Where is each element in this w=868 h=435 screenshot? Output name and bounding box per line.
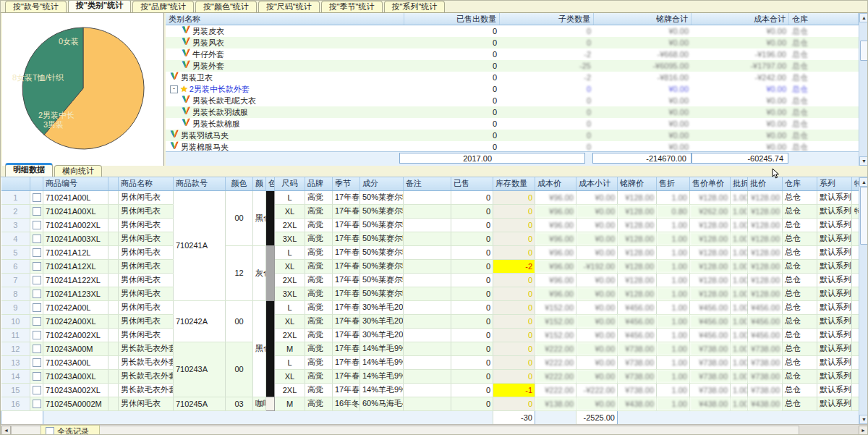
tree-row-8[interactable]: 男装长款羽绒服00¥0.00¥0.00总仓 xyxy=(166,106,859,118)
detail-header-spec[interactable]: 特 xyxy=(852,177,859,190)
detail-header-sf[interactable]: 售折 xyxy=(657,177,690,190)
tree-row-1[interactable]: 男装皮衣00¥0.00¥0.00总仓 xyxy=(166,25,859,37)
row-checkbox[interactable] xyxy=(33,290,41,298)
row-checkbox[interactable] xyxy=(33,248,41,257)
tree-header-2[interactable]: 已售出数量 xyxy=(404,13,500,25)
detail-row-7[interactable]: 7710241A122XL男休闲毛衣2XL高觉17年春50%莱赛尔50%棉00¥… xyxy=(1,273,859,287)
detail-header-su[interactable]: 售价单价 xyxy=(690,177,731,190)
detail-header-stock[interactable]: 库存数量 xyxy=(493,177,535,190)
row-checkbox[interactable] xyxy=(33,317,41,326)
row-checkbox[interactable] xyxy=(33,276,41,284)
row-checkbox[interactable] xyxy=(33,358,41,367)
detail-header-brand[interactable]: 品牌 xyxy=(305,177,333,190)
hscroll-right-icon[interactable]: ► xyxy=(859,426,868,435)
tree-vscrollbar[interactable]: ▲ ▼ xyxy=(859,13,868,166)
detail-header-ccode[interactable]: 颜色 xyxy=(226,177,253,190)
top-tab-3[interactable]: 按"品牌"统计 xyxy=(132,1,194,12)
hscroll-thumb[interactable] xyxy=(11,426,799,435)
row-checkbox[interactable] xyxy=(33,221,41,229)
tree-scroll-up-icon[interactable]: ▲ xyxy=(859,13,868,22)
detail-header-season[interactable]: 季节 xyxy=(333,177,360,190)
detail-header-tag[interactable]: 铭牌价 xyxy=(618,177,657,190)
top-tab-7[interactable]: 按"系列"统计 xyxy=(384,1,446,12)
detail-row-3[interactable]: 3710241A002XL男休闲毛衣2XL高觉17年春50%莱赛尔50%棉00¥… xyxy=(1,218,859,232)
hscroll-left-icon[interactable]: ◄ xyxy=(1,426,11,435)
top-tab-4[interactable]: 按"颜色"统计 xyxy=(195,1,257,12)
bottom-tab-2[interactable]: 横向统计 xyxy=(54,165,102,177)
detail-header-gap[interactable] xyxy=(109,177,119,190)
tree-row-label: 男装皮衣 xyxy=(192,25,224,37)
detail-header-bf[interactable]: 批折 xyxy=(731,177,748,190)
tree-scroll-down-icon[interactable]: ▼ xyxy=(859,156,868,166)
top-tab-5[interactable]: 按"尺码"统计 xyxy=(258,1,320,12)
tree-header-5[interactable]: 成本合计 xyxy=(692,13,789,25)
detail-scroll-up-icon[interactable]: ▲ xyxy=(859,177,868,187)
detail-header-name[interactable]: 商品名称 xyxy=(119,177,174,190)
row-checkbox[interactable] xyxy=(33,372,41,381)
row-checkbox[interactable] xyxy=(33,331,41,339)
row-checkbox[interactable] xyxy=(33,400,41,408)
top-tab-6[interactable]: 按"季节"统计 xyxy=(321,1,383,12)
detail-header-sold[interactable]: 已售 xyxy=(451,177,493,190)
tree-header-4[interactable]: 铭牌合计 xyxy=(594,13,692,25)
tree-header-6[interactable]: 仓库 xyxy=(789,13,859,25)
tree-scroll-thumb[interactable] xyxy=(860,41,868,61)
tree-row-3[interactable]: 牛仔外套0-2-¥668.00-¥196.00总仓 xyxy=(166,48,859,60)
detail-header-wh[interactable]: 仓库 xyxy=(783,177,817,190)
detail-header-rn[interactable] xyxy=(1,177,30,190)
row-checkbox[interactable] xyxy=(33,386,41,394)
detail-vscrollbar[interactable]: ▲ ▼ xyxy=(859,177,868,424)
select-all-records[interactable]: 全选记录 xyxy=(41,425,100,435)
detail-header-size[interactable]: 尺码 xyxy=(275,177,305,190)
tree-expander-icon[interactable]: - xyxy=(170,85,178,93)
bottom-tab-1[interactable]: 明细数据 xyxy=(5,163,53,177)
detail-row-14[interactable]: 14710243A00XL男长款毛衣外套XL高觉17年春14%羊毛9%锦纶00¥… xyxy=(1,369,859,383)
detail-row-6[interactable]: 6710241A12XL男休闲毛衣XL高觉17年春50%莱赛尔50%棉0-2¥9… xyxy=(1,259,859,273)
detail-header-cb[interactable] xyxy=(30,177,43,190)
tree-header-3[interactable]: 子类数量 xyxy=(500,13,594,25)
detail-header-swatch[interactable]: 色 xyxy=(266,177,275,190)
detail-row-4[interactable]: 4710241A003XL男休闲毛衣3XL高觉17年春50%莱赛尔50%棉00¥… xyxy=(1,232,859,245)
detail-row-15[interactable]: 15710243A002XL男长款毛衣外套2XL高觉17年春14%羊毛9%锦纶0… xyxy=(1,383,859,397)
detail-header-style[interactable]: 商品款号 xyxy=(174,177,226,190)
tree-row-7[interactable]: 男装长款毛呢大衣00¥0.00¥0.00总仓 xyxy=(166,95,859,106)
top-tab-2[interactable]: 按"类别"统计 xyxy=(68,0,131,12)
detail-header-cname[interactable]: 颜 xyxy=(253,177,266,190)
detail-row-1[interactable]: 1710241A00L男休闲毛衣710241A00黑色L高觉17年春50%莱赛尔… xyxy=(1,190,859,204)
detail-hscrollbar[interactable]: ◄ ► 全选记录 xyxy=(1,424,868,435)
tree-row-10[interactable]: 男装羽绒马夹00¥0.00¥0.00总仓 xyxy=(166,130,859,141)
detail-row-2[interactable]: 2710241A00XL男休闲毛衣XL高觉17年春50%莱赛尔50%棉00¥96… xyxy=(1,204,859,218)
detail-scroll-down-icon[interactable]: ▼ xyxy=(859,415,868,424)
detail-row-8[interactable]: 8710241A123XL男休闲毛衣3XL高觉17年春50%莱赛尔50%棉00¥… xyxy=(1,287,859,300)
tree-row-2[interactable]: 男装风衣00¥0.00¥0.00总仓 xyxy=(166,37,859,48)
tree-header-1[interactable]: 类别名称 xyxy=(166,13,404,25)
row-checkbox[interactable] xyxy=(33,303,41,312)
tree-row-5[interactable]: 男装卫衣0-2-¥816.00-¥242.00总仓 xyxy=(166,72,859,83)
row-checkbox[interactable] xyxy=(33,207,41,216)
detail-scroll-thumb[interactable] xyxy=(860,187,868,245)
summary-spacer xyxy=(43,410,493,424)
detail-row-10[interactable]: 10710242A00XL男休闲毛衣XL高觉17年春30%羊毛20%锦纶00¥1… xyxy=(1,314,859,328)
detail-header-bp[interactable]: 批价 xyxy=(748,177,783,190)
detail-row-5[interactable]: 5710241A12L男休闲毛衣12灰色L高觉17年春50%莱赛尔50%棉00¥… xyxy=(1,245,859,259)
detail-row-13[interactable]: 13710243A00L男长款毛衣外套L高觉17年春14%羊毛9%锦纶00¥22… xyxy=(1,355,859,369)
select-all-checkbox[interactable] xyxy=(46,427,54,435)
detail-row-16[interactable]: 16710245A0002M男休闲毛衣710245A03咖啡M高觉16年冬60%… xyxy=(1,397,859,410)
tree-row-9[interactable]: 男装长款棉服00¥0.00¥0.00总仓 xyxy=(166,118,859,130)
detail-header-cost[interactable]: 成本价 xyxy=(535,177,576,190)
row-checkbox[interactable] xyxy=(33,235,41,243)
top-tab-1[interactable]: 按"款号"统计 xyxy=(5,1,67,12)
row-checkbox[interactable] xyxy=(33,193,41,202)
detail-row-11[interactable]: 11710242A002XL男休闲毛衣2XL高觉17年春30%羊毛20%锦纶00… xyxy=(1,328,859,342)
row-checkbox[interactable] xyxy=(33,262,41,271)
detail-row-9[interactable]: 9710242A00L男休闲毛衣710242A00黑色L高觉17年春30%羊毛2… xyxy=(1,300,859,314)
tree-row-4[interactable]: 男装外套0-25-¥6095.00-¥1797.00总仓 xyxy=(166,60,859,72)
detail-header-note[interactable]: 备注 xyxy=(404,177,451,190)
detail-row-12[interactable]: 12710243A00M男长款毛衣外套710243A00M高觉17年春14%羊毛… xyxy=(1,342,859,355)
detail-header-code[interactable]: 商品编号 xyxy=(43,177,109,190)
tree-row-6[interactable]: -★2男装中长款外套00¥0.00¥0.00总仓 xyxy=(166,83,859,95)
detail-header-costsub[interactable]: 成本小计 xyxy=(576,177,618,190)
detail-header-series[interactable]: 系列 xyxy=(817,177,852,190)
detail-header-comp[interactable]: 成分 xyxy=(360,177,404,190)
row-checkbox[interactable] xyxy=(33,345,41,353)
